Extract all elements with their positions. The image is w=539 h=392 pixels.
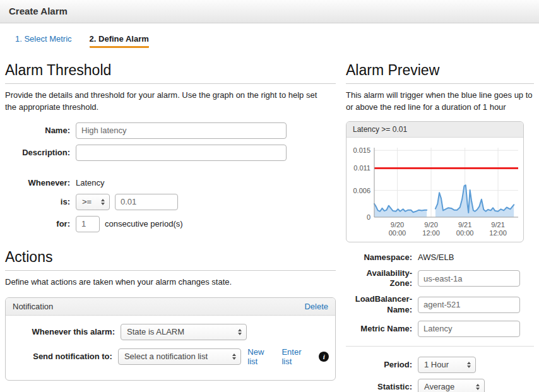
select-arrows-icon	[238, 329, 242, 335]
description-label: Description:	[5, 148, 76, 158]
is-label: is:	[5, 197, 76, 207]
svg-text:12:00: 12:00	[422, 229, 440, 237]
loadbalancer-name-label: LoadBalancer-Name:	[346, 294, 418, 315]
delete-notification-link[interactable]: Delete	[304, 302, 328, 311]
notification-panel-title: Notification	[13, 302, 53, 311]
loadbalancer-name-row: LoadBalancer-Name:	[346, 294, 534, 315]
for-row: for: consecutive period(s)	[5, 216, 336, 232]
svg-text:00:00: 00:00	[456, 229, 474, 237]
select-arrows-icon	[232, 353, 236, 360]
alarm-state-value: State is ALARM	[127, 327, 184, 336]
select-arrows-icon	[476, 384, 480, 390]
period-value: 1 Hour	[424, 360, 449, 369]
whenever-row: Whenever: Latency	[5, 178, 336, 188]
divider	[346, 83, 534, 84]
actions-heading: Actions	[5, 249, 336, 266]
periods-input[interactable]	[76, 216, 100, 232]
svg-text:0.006: 0.006	[353, 186, 370, 194]
loadbalancer-name-input[interactable]	[418, 297, 520, 313]
description-row: Description:	[5, 145, 336, 161]
tab-define-alarm[interactable]: 2. Define Alarm	[90, 34, 149, 48]
name-row: Name:	[5, 122, 336, 139]
notification-panel: Notification Delete Whenever this alarm:…	[5, 297, 336, 381]
statistic-label: Statistic:	[346, 382, 418, 392]
name-input[interactable]	[76, 122, 287, 139]
namespace-value: AWS/ELB	[418, 252, 454, 262]
wizard-steps: 1. Select Metric 2. Define Alarm	[0, 23, 539, 54]
metric-name-input[interactable]	[418, 321, 520, 337]
period-label: Period:	[346, 360, 418, 370]
alarm-state-label: Whenever this alarm:	[12, 327, 121, 337]
divider	[5, 83, 336, 84]
send-notification-row: Send notification to: Select a notificat…	[12, 347, 329, 366]
alarm-state-select[interactable]: State is ALARM	[121, 324, 247, 340]
svg-text:12:00: 12:00	[489, 229, 507, 237]
alarm-preview-chart-panel: Latency >= 0.01 00.0060.0110.0159/2000:0…	[346, 121, 524, 242]
svg-text:0.011: 0.011	[353, 164, 370, 172]
latency-chart: 00.0060.0110.0159/2000:009/2012:009/2100…	[348, 143, 522, 237]
svg-text:9/20: 9/20	[391, 221, 404, 229]
notification-panel-header: Notification Delete	[6, 298, 335, 316]
notification-list-value: Select a notification list	[124, 352, 208, 361]
select-arrows-icon	[101, 199, 105, 205]
page-title: Create Alarm	[9, 6, 539, 16]
availability-zone-row: Availability-Zone:	[346, 268, 534, 289]
select-arrows-icon	[467, 362, 471, 368]
new-list-link[interactable]: New list	[247, 347, 275, 366]
period-row: Period: 1 Hour	[346, 357, 534, 373]
divider	[346, 346, 534, 347]
is-row: is: >=	[5, 194, 336, 210]
period-select[interactable]: 1 Hour	[418, 357, 476, 373]
info-icon[interactable]	[319, 352, 329, 362]
svg-text:00:00: 00:00	[389, 229, 406, 237]
operator-value: >=	[82, 197, 92, 206]
for-label: for:	[5, 219, 76, 229]
whenever-metric-value: Latency	[76, 178, 105, 187]
namespace-label: Namespace:	[346, 252, 418, 263]
alarm-threshold-heading: Alarm Threshold	[5, 62, 336, 79]
operator-select[interactable]: >=	[76, 194, 110, 210]
threshold-value-input[interactable]	[115, 194, 178, 210]
svg-text:0: 0	[367, 213, 370, 221]
name-label: Name:	[5, 126, 76, 136]
notification-list-select[interactable]: Select a notification list	[118, 348, 241, 365]
statistic-row: Statistic: Average	[346, 379, 534, 392]
tab-select-metric[interactable]: 1. Select Metric	[15, 34, 72, 44]
metric-name-row: Metric Name:	[346, 321, 534, 337]
statistic-value: Average	[424, 382, 454, 391]
svg-text:9/21: 9/21	[458, 221, 471, 229]
alarm-threshold-description: Provide the details and threshold for yo…	[5, 90, 326, 114]
chart-title: Latency >= 0.01	[346, 122, 523, 138]
svg-text:9/20: 9/20	[424, 221, 437, 229]
send-notification-label: Send notification to:	[12, 352, 118, 362]
actions-description: Define what actions are taken when your …	[5, 276, 336, 288]
availability-zone-label: Availability-Zone:	[346, 268, 418, 289]
description-input[interactable]	[76, 145, 287, 161]
enter-list-link[interactable]: Enter list	[281, 347, 312, 366]
alarm-preview-heading: Alarm Preview	[346, 62, 534, 79]
metric-name-label: Metric Name:	[346, 324, 418, 334]
statistic-select[interactable]: Average	[418, 379, 485, 392]
alarm-state-row: Whenever this alarm: State is ALARM	[12, 324, 329, 340]
whenever-label: Whenever:	[5, 178, 76, 188]
svg-text:9/21: 9/21	[491, 221, 504, 229]
availability-zone-input[interactable]	[418, 270, 520, 287]
divider	[5, 270, 336, 271]
namespace-row: Namespace: AWS/ELB	[346, 252, 534, 263]
svg-text:0.015: 0.015	[353, 146, 370, 154]
periods-suffix: consecutive period(s)	[105, 219, 183, 229]
alarm-preview-description: This alarm will trigger when the blue li…	[346, 90, 534, 114]
window-header: Create Alarm	[0, 0, 539, 23]
